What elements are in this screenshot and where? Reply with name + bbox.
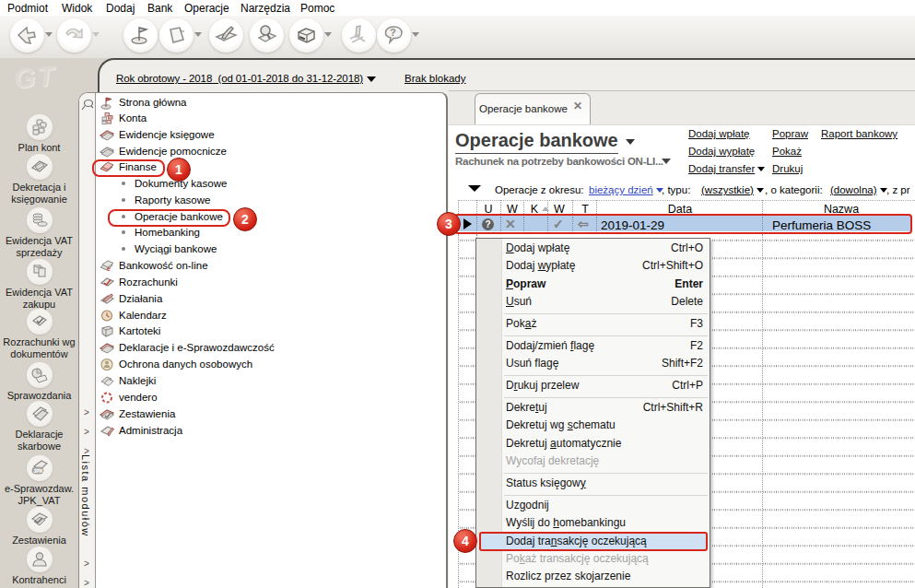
svg-text:e: e [107,265,111,272]
svg-text:JPK: JPK [33,468,43,474]
svg-text:?: ? [390,27,396,38]
